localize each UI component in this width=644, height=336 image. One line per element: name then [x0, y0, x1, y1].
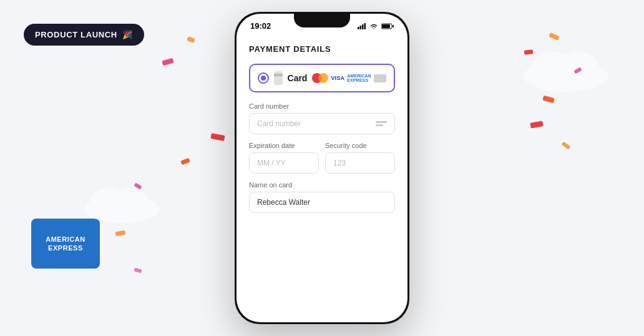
payment-content: PAYMENT DETAILS Card VISA AMERICAN: [237, 34, 407, 230]
payment-method-selector[interactable]: Card VISA AMERICANEXPRESS: [249, 64, 395, 92]
confetti-piece-0: [187, 36, 195, 43]
svg-rect-8: [362, 24, 364, 29]
confetti-piece-10: [542, 96, 554, 103]
card-number-label: Card number: [249, 102, 395, 110]
amex-logo: AMERICAN EXPRESS: [31, 219, 100, 269]
phone-screen: 19:02: [237, 14, 407, 322]
bar1: [376, 121, 387, 123]
security-input[interactable]: 123: [325, 152, 395, 174]
confetti-piece-5: [115, 230, 126, 237]
security-placeholder: 123: [333, 159, 346, 167]
confetti-piece-3: [180, 158, 190, 165]
other-card-logo: [374, 74, 386, 82]
payment-title: PAYMENT DETAILS: [249, 44, 395, 54]
svg-rect-9: [364, 23, 366, 29]
mastercard-logo: [312, 73, 328, 83]
status-time: 19:02: [250, 21, 271, 31]
svg-point-2: [114, 187, 149, 217]
expiry-input[interactable]: MM / YY: [249, 152, 319, 174]
confetti-piece-2: [210, 133, 225, 141]
security-field: Security code 123: [325, 142, 395, 174]
radio-button[interactable]: [258, 72, 269, 84]
svg-rect-11: [382, 24, 390, 28]
radio-dot: [261, 76, 266, 81]
card-number-input[interactable]: Card number: [249, 113, 395, 134]
confetti-piece-7: [524, 49, 534, 54]
expiry-placeholder: MM / YY: [257, 159, 286, 167]
confetti-piece-12: [562, 142, 571, 150]
card-method-label: Card: [288, 73, 308, 83]
confetti-piece-11: [530, 121, 543, 128]
name-field: Name on card Rebecca Walter: [249, 181, 395, 213]
name-label: Name on card: [249, 181, 395, 189]
svg-rect-12: [393, 25, 394, 27]
svg-rect-7: [360, 26, 362, 29]
phone-wrapper: 19:02: [235, 12, 409, 324]
expiry-security-row: Expiration date MM / YY Security code 12…: [249, 142, 395, 174]
card-type-icon: [274, 71, 283, 85]
badge-emoji: 🎉: [122, 30, 133, 39]
wifi-icon: [369, 23, 378, 29]
phone-notch: [294, 14, 350, 27]
expiry-field: Expiration date MM / YY: [249, 142, 319, 174]
security-label: Security code: [325, 142, 395, 149]
confetti-piece-6: [134, 268, 142, 274]
card-number-field: Card number Card number: [249, 102, 395, 134]
status-icons: [358, 23, 394, 29]
expiry-label: Expiration date: [249, 142, 319, 149]
cloud-left: [81, 175, 162, 225]
svg-rect-6: [358, 27, 359, 29]
card-logos: VISA AMERICANEXPRESS: [312, 73, 386, 83]
signal-icon: [358, 23, 366, 29]
battery-icon: [381, 23, 394, 29]
confetti-piece-1: [162, 58, 173, 66]
name-value: Rebecca Walter: [257, 198, 310, 207]
product-launch-badge: PRODUCT LAUNCH 🎉: [24, 24, 144, 46]
visa-logo: VISA: [331, 75, 344, 81]
amex-small-logo: AMERICANEXPRESS: [347, 74, 371, 82]
phone-device: 19:02: [235, 12, 409, 324]
badge-label: PRODUCT LAUNCH: [35, 30, 117, 39]
bar2: [376, 124, 383, 126]
card-number-placeholder: Card number: [257, 119, 301, 128]
name-input[interactable]: Rebecca Walter: [249, 192, 395, 213]
card-input-icon: [376, 121, 387, 126]
mc-right: [318, 73, 328, 83]
cloud-right: [519, 37, 613, 94]
